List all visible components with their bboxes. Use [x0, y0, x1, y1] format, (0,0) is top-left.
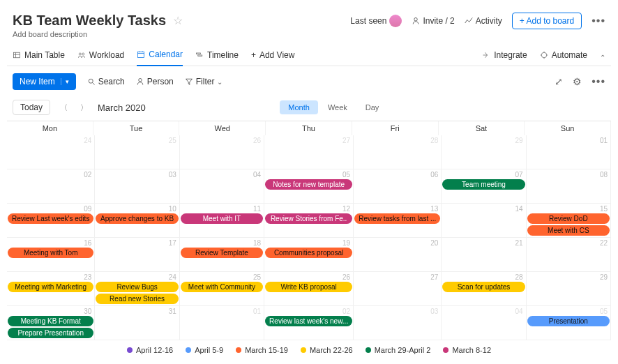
more-icon[interactable]: ••• — [591, 75, 605, 88]
calendar-cell[interactable]: 15Review DoDMeet with CS — [527, 204, 611, 238]
event[interactable]: Meeting with Tom — [8, 248, 93, 258]
more-options-icon[interactable]: ••• — [591, 15, 605, 27]
calendar-cell[interactable]: 01 — [527, 135, 611, 169]
calendar-cell[interactable]: 10Approve changes to KB — [95, 204, 179, 238]
segment-day[interactable]: Day — [357, 100, 388, 114]
event[interactable]: Meet with IT — [181, 213, 263, 224]
event[interactable]: Read new Stories — [96, 294, 178, 304]
calendar-cell[interactable]: 16Meeting with Tom — [7, 238, 95, 272]
next-month-icon[interactable]: 〉 — [77, 103, 91, 113]
event[interactable]: Prepare Presentation — [8, 328, 93, 338]
person-filter[interactable]: Person — [136, 77, 174, 86]
day-number: 21 — [515, 239, 523, 247]
invite-button[interactable]: Invite / 2 — [412, 16, 454, 26]
calendar-cell[interactable]: 06 — [354, 169, 442, 204]
calendar-cell[interactable]: 21 — [442, 238, 526, 272]
calendar-cell[interactable]: 28 — [354, 135, 442, 169]
calendar-cell[interactable]: 20 — [354, 238, 442, 272]
calendar-cell[interactable]: 24 — [7, 135, 95, 169]
calendar-cell[interactable]: 14 — [442, 204, 526, 238]
day-number: 31 — [169, 308, 176, 315]
calendar-cell[interactable]: 28Scan for updates — [442, 272, 526, 306]
calendar-cell[interactable]: 17 — [95, 238, 179, 272]
calendar-cell[interactable]: 27 — [354, 272, 442, 306]
activity-button[interactable]: Activity — [465, 16, 502, 26]
event[interactable]: Review Template — [181, 248, 263, 258]
event[interactable]: Meeting with Marketing — [8, 282, 93, 292]
calendar-cell[interactable]: 25Meet with Community — [180, 272, 264, 306]
calendar-cell[interactable]: 09Review Last week's edits — [7, 204, 95, 238]
day-number: 07 — [515, 171, 523, 179]
calendar-cell[interactable]: 11Meet with IT — [180, 204, 264, 238]
event[interactable]: Approve changes to KB — [96, 213, 178, 224]
calendar-cell[interactable]: 22 — [527, 238, 611, 272]
calendar-cell[interactable]: 25 — [95, 135, 179, 169]
event[interactable]: Presentation — [527, 316, 610, 326]
calendar-cell[interactable]: 31 — [95, 306, 179, 340]
event[interactable]: Review DoD — [527, 213, 610, 224]
calendar-cell[interactable]: 05Presentation — [527, 306, 611, 340]
calendar-cell[interactable]: 19Communities proposal — [264, 238, 354, 272]
calendar-cell[interactable]: 04 — [180, 169, 264, 204]
event[interactable]: Team meeting — [442, 179, 525, 190]
calendar-cell[interactable]: 07Team meeting — [442, 169, 526, 204]
event[interactable]: Review last week's new... — [265, 316, 352, 326]
tab-workload[interactable]: Workload — [77, 50, 124, 66]
last-seen[interactable]: Last seen — [350, 15, 402, 27]
event[interactable]: Meet with Community — [181, 282, 263, 292]
event[interactable]: Notes for new template — [265, 179, 352, 190]
tab-timeline[interactable]: Timeline — [195, 50, 239, 66]
event[interactable]: Review tasks from last ... — [354, 213, 440, 224]
favorite-icon[interactable]: ☆ — [173, 14, 183, 27]
calendar-cell[interactable]: 08 — [527, 169, 611, 204]
calendar-cell[interactable]: 03 — [354, 306, 442, 340]
day-number: 22 — [600, 239, 608, 247]
calendar-cell[interactable]: 01 — [180, 306, 264, 340]
today-button[interactable]: Today — [13, 100, 50, 115]
collapse-icon[interactable]: ⌃ — [600, 54, 605, 61]
calendar-cell[interactable]: 02Review last week's new... — [264, 306, 354, 340]
calendar-cell[interactable]: 18Review Template — [180, 238, 264, 272]
segment-month[interactable]: Month — [280, 100, 318, 114]
tab-calendar[interactable]: Calendar — [137, 50, 183, 66]
new-item-button[interactable]: New Item ▾ — [13, 73, 76, 90]
tab-main-table[interactable]: Main Table — [13, 50, 65, 66]
calendar-cell[interactable]: 04 — [442, 306, 526, 340]
event[interactable]: Scan for updates — [442, 282, 525, 292]
calendar-cell[interactable]: 12Review Stories from Fe.. — [264, 204, 354, 238]
fullscreen-icon[interactable]: ⤢ — [555, 76, 563, 87]
event[interactable]: Review Last week's edits — [8, 213, 93, 224]
filter-button[interactable]: Filter ⌄ — [185, 77, 223, 86]
automate-button[interactable]: Automate — [540, 50, 587, 66]
calendar-cell[interactable]: 05Notes for new template — [264, 169, 354, 204]
event[interactable]: Review Bugs — [96, 282, 178, 292]
segment-week[interactable]: Week — [319, 100, 356, 114]
calendar-cell[interactable]: 26Write KB proposal — [264, 272, 354, 306]
calendar-cell[interactable]: 29 — [442, 135, 526, 169]
event[interactable]: Meeting KB Format — [8, 316, 93, 326]
settings-icon[interactable]: ⚙ — [573, 76, 582, 87]
calendar-cell[interactable]: 03 — [95, 169, 179, 204]
calendar-cell[interactable]: 24Review BugsRead new Stories — [95, 272, 179, 306]
integrate-button[interactable]: Integrate — [482, 50, 527, 66]
day-number: 29 — [515, 137, 523, 144]
event[interactable]: Meet with CS — [527, 225, 610, 236]
event[interactable]: Communities proposal — [265, 248, 352, 258]
calendar-cell[interactable]: 02 — [7, 169, 95, 204]
calendar-cell[interactable]: 23Meeting with Marketing — [7, 272, 95, 306]
add-view-button[interactable]: + Add View — [251, 50, 295, 66]
calendar-cell[interactable]: 30Meeting KB FormatPrepare Presentation — [7, 306, 95, 340]
board-title[interactable]: KB Team Weekly Tasks — [13, 13, 166, 29]
add-to-board-button[interactable]: + Add to board — [512, 13, 582, 29]
event[interactable]: Write KB proposal — [265, 282, 352, 292]
event[interactable]: Review Stories from Fe.. — [265, 213, 352, 224]
board-description[interactable]: Add board description — [13, 30, 183, 38]
chevron-down-icon[interactable]: ▾ — [61, 78, 69, 85]
search-button[interactable]: Search — [87, 77, 125, 86]
calendar-cell[interactable]: 29 — [527, 272, 611, 306]
prev-month-icon[interactable]: 〈 — [57, 103, 70, 113]
legend-label: March 29-April 2 — [375, 346, 431, 354]
calendar-cell[interactable]: 26 — [180, 135, 264, 169]
calendar-cell[interactable]: 13Review tasks from last ... — [354, 204, 442, 238]
calendar-cell[interactable]: 27 — [264, 135, 354, 169]
